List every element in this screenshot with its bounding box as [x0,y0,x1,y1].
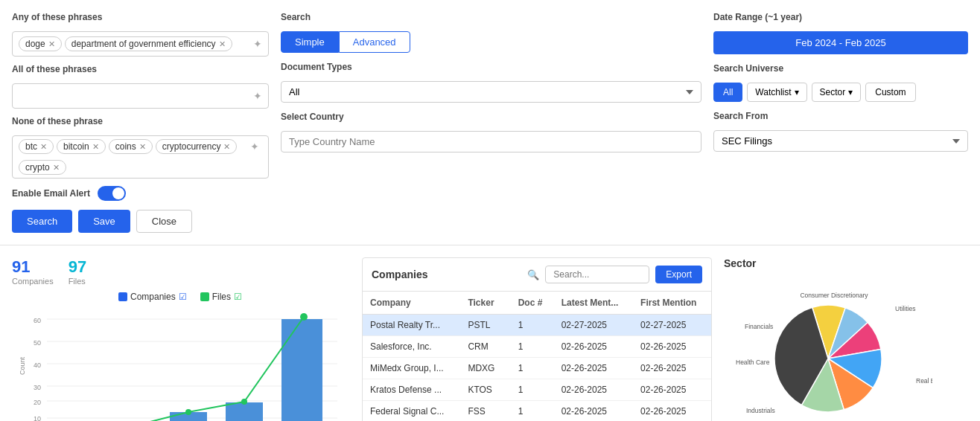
cell-doc: 1 [511,315,554,336]
universe-custom-button[interactable]: Custom [865,83,915,102]
country-input[interactable] [281,131,701,152]
check-companies-icon[interactable]: ☑ [179,292,187,302]
advanced-mode-button[interactable]: Advanced [339,31,410,53]
tag-doge[interactable]: doge ✕ [19,36,62,51]
table-row[interactable]: Postal Realty Tr... PSTL 1 02-27-2025 02… [363,315,711,336]
companies-count: 91 [12,257,54,277]
table-row[interactable]: Salesforce, Inc. CRM 1 02-26-2025 02-26-… [363,336,711,358]
dot-feb [300,313,308,321]
chevron-down-icon: ▾ [795,87,799,97]
cell-latest: 02-26-2025 [554,336,633,358]
none-phrases-label: None of these phrase [12,116,269,126]
table-header: Companies 🔍 Export [363,258,711,292]
tag-coins[interactable]: coins ✕ [109,139,153,154]
chart-area: 91 Companies 97 Files Companies ☑ Files … [12,257,362,421]
svg-text:50: 50 [34,339,41,347]
universe-all-button[interactable]: All [713,83,742,102]
close-button[interactable]: Close [136,210,192,233]
all-phrases-input[interactable]: ✦ [12,83,269,109]
wand-icon-all[interactable]: ✦ [253,90,262,102]
cell-latest: 02-26-2025 [554,358,633,379]
cell-ticker: CRM [460,336,510,358]
tag-doge-dept[interactable]: department of government efficiency ✕ [65,36,232,51]
legend-companies: Companies ☑ [118,292,188,302]
search-mode-row: Simple Advanced [281,31,701,53]
files-label: Files [69,277,86,286]
table-row[interactable]: MiMedx Group, I... MDXG 1 02-26-2025 02-… [363,358,711,379]
svg-text:30: 30 [34,384,41,391]
bar-jan [226,402,263,421]
save-button[interactable]: Save [78,210,130,233]
cell-ticker: MDXG [460,358,510,379]
table-search-wrap: 🔍 Export [527,266,702,283]
remove-doge[interactable]: ✕ [48,39,55,49]
wand-icon-any[interactable]: ✦ [253,38,262,50]
universe-watchlist-button[interactable]: Watchlist ▾ [747,83,806,102]
date-range-button[interactable]: Feb 2024 - Feb 2025 [713,31,968,54]
label-consumer: Consumer Discretionary [800,292,868,299]
chart-stats: 91 Companies 97 Files [12,257,350,286]
export-button[interactable]: Export [655,266,702,283]
email-alert-toggle[interactable] [98,186,126,201]
cell-ticker: FSS [460,401,510,422]
label-realestate: Real Estate [916,377,932,385]
legend-files-color [200,292,209,301]
remove-cryptocurrency[interactable]: ✕ [223,142,230,152]
dot-jan [241,399,247,405]
pie-chart: Consumer Discretionary Utilities Financi… [724,275,932,421]
doc-types-select[interactable]: All 10-K 10-Q 8-K [281,81,701,103]
all-phrases-label: All of these phrases [12,64,269,74]
chart-svg: 60 50 40 30 20 10 0 [12,308,350,421]
cell-first: 02-26-2025 [633,358,711,379]
svg-text:40: 40 [34,361,41,369]
cell-first: 02-26-2025 [633,336,711,358]
remove-dept[interactable]: ✕ [219,39,226,49]
svg-text:20: 20 [34,399,41,406]
bar-feb [281,319,322,421]
cell-company: Federal Signal C... [363,401,460,422]
search-icon: 🔍 [527,269,539,280]
remove-crypto[interactable]: ✕ [53,163,60,173]
chart-legend: Companies ☑ Files ☑ [12,292,350,302]
left-column: Any of these phrases doge ✕ department o… [12,12,269,233]
remove-btc[interactable]: ✕ [40,142,47,152]
universe-sector-button[interactable]: Sector ▾ [812,83,862,102]
cell-doc: 1 [511,379,554,401]
label-industrials: Industrials [746,407,775,414]
wand-icon-none[interactable]: ✦ [250,141,259,152]
search-from-select[interactable]: SEC Filings Earnings Calls Press Release… [713,130,968,152]
email-alert-label: Enable Email Alert [12,188,90,199]
legend-companies-color [118,292,127,301]
any-phrases-input[interactable]: doge ✕ department of government efficien… [12,31,269,57]
country-label: Select Country [281,112,701,122]
cell-latest: 02-26-2025 [554,401,633,422]
search-button[interactable]: Search [12,210,72,233]
tag-crypto[interactable]: crypto ✕ [19,160,66,175]
cell-doc: 1 [511,401,554,422]
search-label: Search [281,12,701,22]
remove-coins[interactable]: ✕ [139,142,146,152]
col-doc: Doc # [511,292,554,315]
none-phrases-input[interactable]: btc ✕ bitcoin ✕ coins ✕ cryptocurrency ✕ [12,135,269,179]
cell-first: 02-27-2025 [633,315,711,336]
table-search-input[interactable] [545,266,649,283]
simple-mode-button[interactable]: Simple [281,31,339,53]
cell-company: MiMedx Group, I... [363,358,460,379]
col-first: First Mention [633,292,711,315]
line-chart [77,317,304,421]
tag-btc[interactable]: btc ✕ [19,139,54,154]
check-files-icon[interactable]: ☑ [234,292,242,302]
svg-text:Count: Count [19,356,26,375]
cell-ticker: KTOS [460,379,510,401]
label-financials: Financials [745,323,773,330]
table-row[interactable]: Federal Signal C... FSS 1 02-26-2025 02-… [363,401,711,422]
table-row[interactable]: Kratos Defense ... KTOS 1 02-26-2025 02-… [363,379,711,401]
remove-bitcoin[interactable]: ✕ [92,142,99,152]
tag-bitcoin[interactable]: bitcoin ✕ [57,139,106,154]
toggle-knob [112,187,124,199]
companies-label: Companies [12,277,54,286]
cell-company: Salesforce, Inc. [363,336,460,358]
data-table: Company Ticker Doc # Latest Ment... Firs… [363,292,711,421]
cell-doc: 1 [511,336,554,358]
tag-cryptocurrency[interactable]: cryptocurrency ✕ [156,139,238,154]
